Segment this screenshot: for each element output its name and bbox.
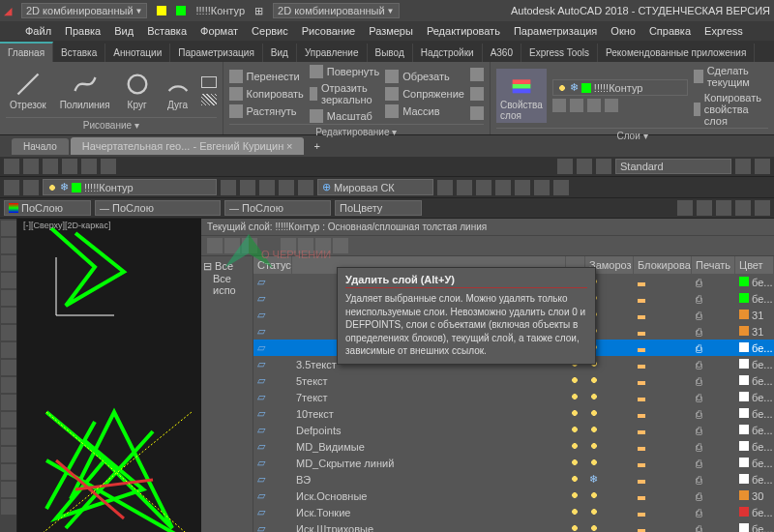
tab-home[interactable]: Главная	[0, 42, 53, 62]
tool-icon[interactable]	[1, 395, 16, 410]
layer-state-icon[interactable]	[315, 238, 331, 253]
tab-annotate[interactable]: Аннотации	[105, 44, 170, 62]
layer-dropdown[interactable]: ❄!!!!!Контур	[43, 179, 217, 195]
tool-icon[interactable]	[1, 255, 16, 271]
new-tab-button[interactable]: +	[306, 140, 327, 152]
tab-express[interactable]: Express Tools	[521, 44, 598, 62]
undo-icon[interactable]	[81, 159, 97, 174]
layer-row[interactable]: ▱ Иск.Штриховые ⎙ бе...	[253, 520, 774, 532]
move-button[interactable]: Перенести	[229, 69, 304, 84]
ucs-combo[interactable]: ⊕Мировая СК	[317, 179, 433, 195]
delete-layer-icon[interactable]	[242, 238, 257, 253]
polyline-button[interactable]: Полилиния	[56, 69, 114, 112]
array-button[interactable]: Массив	[385, 103, 464, 119]
new-layer-icon[interactable]	[207, 238, 223, 253]
rotate-button[interactable]: Повернуть	[310, 64, 379, 79]
tool-icon[interactable]	[1, 377, 16, 393]
menu-item[interactable]: Рисование	[302, 25, 355, 37]
open-icon[interactable]	[23, 159, 39, 174]
tool-icon[interactable]	[1, 273, 16, 288]
tool-icon[interactable]	[279, 180, 294, 195]
trim-button[interactable]: Обрезать	[385, 69, 464, 84]
tab-insert[interactable]: Вставка	[53, 44, 105, 62]
layer-tool-icon[interactable]	[587, 99, 601, 112]
tool-icon[interactable]	[557, 159, 573, 174]
new-icon[interactable]	[4, 159, 19, 174]
tool-icon[interactable]	[259, 180, 275, 195]
tool-icon[interactable]	[1, 429, 16, 445]
viewport-label[interactable]: [-][Сверху][2D-каркас]	[23, 221, 110, 230]
tab-output[interactable]: Вывод	[368, 44, 413, 62]
layer-row[interactable]: ▱ Иск.Основные ⎙ 30	[253, 488, 774, 504]
layer-row[interactable]: ▱ ВЭ ❄ ⎙ бе...	[253, 471, 774, 488]
redo-icon[interactable]	[101, 159, 116, 174]
layer-row[interactable]: ▱ Defpoints ⎙ бе...	[253, 422, 774, 438]
tab-parametric[interactable]: Параметризация	[170, 44, 263, 62]
tool-icon[interactable]	[23, 180, 39, 195]
start-tab[interactable]: Начало	[12, 138, 69, 155]
tool-icon[interactable]	[1, 412, 16, 428]
tool-icon[interactable]	[298, 180, 313, 195]
fillet-button[interactable]: Сопряжение	[385, 86, 464, 102]
layer-tool-icon[interactable]	[605, 99, 618, 112]
layer-row[interactable]: ▱ Иск.Тонкие ⎙ бе...	[253, 504, 774, 520]
menu-item[interactable]: Сервис	[252, 25, 288, 37]
close-icon[interactable]: ×	[286, 140, 292, 152]
plot-icon[interactable]	[62, 159, 77, 174]
tool-icon[interactable]	[1, 221, 16, 236]
workspace-combo-1[interactable]: 2D комбинированный▼	[21, 3, 147, 18]
tool-icon[interactable]	[1, 360, 16, 375]
hatch-icon[interactable]	[201, 94, 217, 105]
erase-icon[interactable]	[470, 68, 484, 81]
linetype-combo[interactable]: — ПоСлою	[95, 200, 221, 216]
arc-button[interactable]: Дуга	[161, 69, 195, 112]
tool-icon[interactable]	[515, 180, 530, 195]
tab-view[interactable]: Вид	[263, 44, 297, 62]
orbit-icon[interactable]	[735, 200, 751, 216]
layer-filter-tree[interactable]: ⊟ Все Все испо	[201, 256, 253, 532]
locate-icon[interactable]: ⊞	[254, 5, 263, 17]
menu-item[interactable]: Размеры	[369, 25, 413, 37]
layer-row[interactable]: ▱ 10текст ⎙ бе...	[253, 405, 774, 422]
offset-icon[interactable]	[470, 106, 484, 120]
circle-button[interactable]: Круг	[120, 69, 155, 112]
menu-item[interactable]: Файл	[25, 25, 51, 37]
tool-icon[interactable]	[1, 342, 16, 358]
model-viewport[interactable]: [-][Сверху][2D-каркас]	[17, 219, 201, 532]
tool-icon[interactable]	[476, 180, 491, 195]
explode-icon[interactable]	[470, 87, 484, 101]
tool-icon[interactable]	[553, 180, 569, 195]
tool-icon[interactable]	[577, 159, 592, 174]
tool-icon[interactable]	[1, 447, 16, 462]
tool-icon[interactable]	[4, 180, 19, 195]
tool-icon[interactable]	[755, 200, 770, 216]
tool-icon[interactable]	[1, 499, 16, 515]
menu-item[interactable]: Формат	[200, 25, 238, 37]
drawing-tab[interactable]: Начертательная гео... - Евгений Курицин …	[71, 137, 305, 155]
layer-combo[interactable]: ❄!!!!!Контур	[552, 79, 688, 96]
tool-icon[interactable]	[1, 482, 16, 497]
menu-item[interactable]: Правка	[65, 25, 101, 37]
copy-button[interactable]: Копировать	[229, 86, 304, 102]
nav-icon[interactable]	[677, 200, 693, 216]
menu-item[interactable]: Параметризация	[514, 25, 597, 37]
workspace-combo-2[interactable]: 2D комбинированный▼	[273, 3, 399, 18]
tool-icon[interactable]	[495, 180, 511, 195]
menu-item[interactable]: Вставка	[147, 25, 187, 37]
mirror-button[interactable]: Отразить зеркально	[310, 81, 379, 106]
layer-row[interactable]: ▱ 7текст ⎙ бе...	[253, 389, 774, 405]
tool-icon[interactable]	[240, 180, 255, 195]
scale-button[interactable]: Масштаб	[310, 108, 379, 124]
make-current-button[interactable]: Сделать текущим	[694, 64, 768, 89]
pan-icon[interactable]	[697, 200, 712, 216]
tool-icon[interactable]	[1, 238, 16, 253]
zoom-icon[interactable]	[716, 200, 731, 216]
tool-icon[interactable]	[1, 290, 16, 306]
save-icon[interactable]	[43, 159, 58, 174]
layer-state-icon[interactable]	[298, 238, 313, 253]
layer-properties-button[interactable]: Свойства слоя	[496, 69, 547, 123]
tool-icon[interactable]	[437, 180, 453, 195]
tab-manage[interactable]: Управление	[297, 44, 368, 62]
menu-item[interactable]: Справка	[649, 25, 691, 37]
tool-icon[interactable]	[755, 159, 770, 174]
